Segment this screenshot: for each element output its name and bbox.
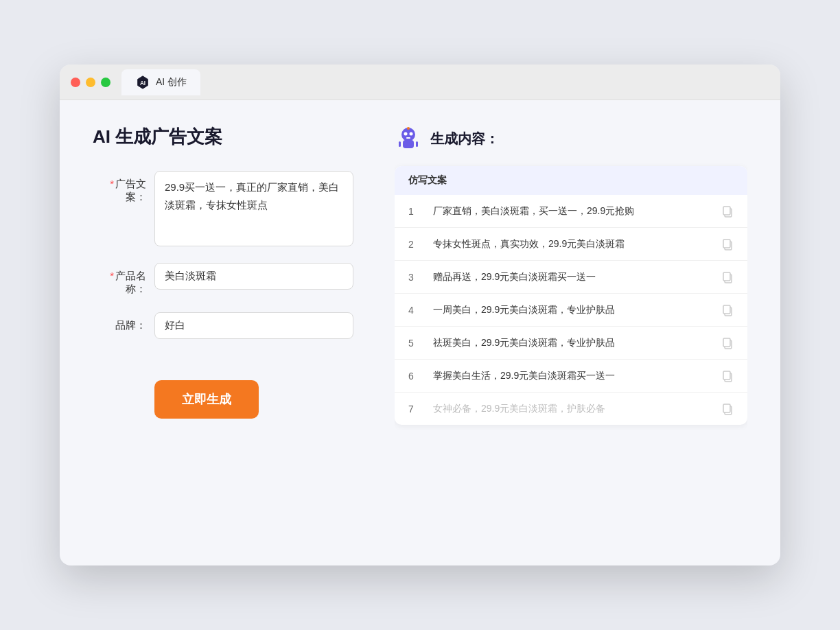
brand-label: 品牌：: [93, 312, 154, 332]
content-area: AI 生成广告文案 *广告文案： *产品名称： 品牌： 立: [60, 100, 780, 565]
svg-point-4: [404, 132, 408, 136]
row-number: 3: [408, 272, 422, 283]
row-number: 1: [408, 206, 422, 217]
row-text: 女神必备，29.9元美白淡斑霜，护肤必备: [433, 401, 710, 416]
svg-rect-3: [403, 140, 414, 148]
page-title: AI 生成广告文案: [93, 125, 353, 149]
brand-row: 品牌：: [93, 312, 353, 339]
table-row: 5 祛斑美白，29.9元美白淡斑霜，专业护肤品: [395, 327, 747, 360]
browser-window: AI AI 创作 AI 生成广告文案 *广告文案： *产品名称：: [60, 65, 780, 565]
svg-rect-10: [416, 141, 418, 147]
result-title: 生成内容：: [430, 130, 499, 148]
row-number: 5: [408, 338, 422, 349]
product-name-input[interactable]: [154, 263, 353, 290]
row-text: 一周美白，29.9元美白淡斑霜，专业护肤品: [433, 303, 710, 317]
svg-point-8: [407, 127, 410, 130]
left-panel: AI 生成广告文案 *广告文案： *产品名称： 品牌： 立: [93, 125, 353, 541]
ad-copy-input[interactable]: [154, 171, 353, 246]
table-row: 2 专抹女性斑点，真实功效，29.9元美白淡斑霜: [395, 228, 747, 261]
copy-icon[interactable]: [721, 403, 734, 415]
table-row: 1 厂家直销，美白淡斑霜，买一送一，29.9元抢购: [395, 195, 747, 228]
row-text: 祛斑美白，29.9元美白淡斑霜，专业护肤品: [433, 336, 710, 350]
copy-icon[interactable]: [721, 271, 734, 283]
tab-label: AI 创作: [156, 76, 187, 89]
svg-rect-24: [723, 404, 730, 412]
svg-rect-18: [723, 305, 730, 314]
svg-rect-12: [723, 207, 730, 215]
row-text: 厂家直销，美白淡斑霜，买一送一，29.9元抢购: [433, 204, 710, 218]
ad-copy-label: *广告文案：: [93, 171, 154, 204]
product-name-row: *产品名称：: [93, 263, 353, 296]
svg-rect-20: [723, 338, 730, 347]
robot-icon: [395, 125, 422, 152]
titlebar: AI AI 创作: [60, 65, 780, 100]
svg-point-5: [410, 132, 413, 136]
row-number: 2: [408, 239, 422, 250]
row-text: 掌握美白生活，29.9元美白淡斑霜买一送一: [433, 369, 710, 383]
row-text: 专抹女性斑点，真实功效，29.9元美白淡斑霜: [433, 237, 710, 251]
copy-icon[interactable]: [721, 370, 734, 382]
generate-button[interactable]: 立即生成: [154, 380, 259, 419]
svg-rect-6: [406, 137, 410, 139]
svg-rect-9: [399, 141, 401, 147]
table-row: 7 女神必备，29.9元美白淡斑霜，护肤必备: [395, 393, 747, 425]
svg-rect-14: [723, 240, 730, 248]
copy-icon[interactable]: [721, 205, 734, 218]
ai-icon: AI: [135, 75, 150, 90]
svg-rect-22: [723, 371, 730, 380]
svg-text:AI: AI: [140, 80, 145, 86]
traffic-lights: [71, 78, 110, 87]
table-row: 6 掌握美白生活，29.9元美白淡斑霜买一送一: [395, 360, 747, 393]
svg-rect-16: [723, 272, 730, 281]
row-number: 4: [408, 305, 422, 316]
result-table: 仿写文案 1 厂家直销，美白淡斑霜，买一送一，29.9元抢购 2 专抹女性斑点，…: [395, 166, 747, 425]
required-star-2: *: [110, 270, 114, 281]
table-row: 4 一周美白，29.9元美白淡斑霜，专业护肤品: [395, 294, 747, 327]
row-number: 7: [408, 404, 422, 415]
table-row: 3 赠品再送，29.9元美白淡斑霜买一送一: [395, 261, 747, 294]
maximize-button[interactable]: [101, 78, 110, 87]
row-number: 6: [408, 371, 422, 382]
brand-input[interactable]: [154, 312, 353, 339]
result-header: 生成内容：: [395, 125, 747, 152]
copy-icon[interactable]: [721, 337, 734, 349]
required-star-1: *: [110, 178, 114, 189]
copy-icon[interactable]: [721, 304, 734, 316]
copy-icon[interactable]: [721, 238, 734, 250]
row-text: 赠品再送，29.9元美白淡斑霜买一送一: [433, 270, 710, 284]
table-header: 仿写文案: [395, 166, 747, 195]
ad-copy-row: *广告文案：: [93, 171, 353, 246]
product-name-label: *产品名称：: [93, 263, 154, 296]
minimize-button[interactable]: [86, 78, 95, 87]
close-button[interactable]: [71, 78, 80, 87]
right-panel: 生成内容： 仿写文案 1 厂家直销，美白淡斑霜，买一送一，29.9元抢购 2 专…: [395, 125, 747, 541]
ai-tab[interactable]: AI AI 创作: [121, 69, 200, 95]
